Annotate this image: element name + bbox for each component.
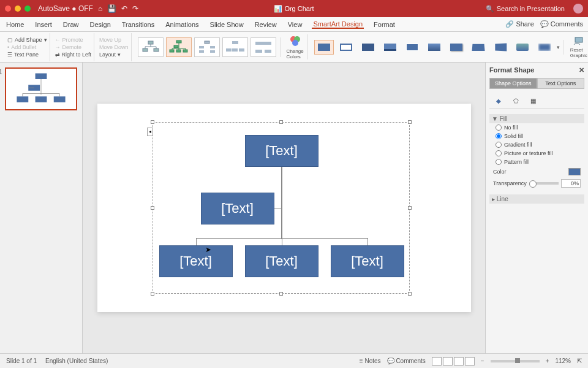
layout-option-1[interactable] <box>138 37 164 57</box>
text-pane-toggle[interactable]: ◂ <box>147 128 153 136</box>
style-option-9[interactable] <box>491 40 510 55</box>
smartart-selection[interactable]: ◂ [Text] [Text] [Text] [Text] [Text] <box>153 122 410 294</box>
resize-handle[interactable] <box>408 292 412 296</box>
color-picker[interactable] <box>568 168 581 175</box>
org-node-assistant[interactable]: [Text] <box>201 193 274 224</box>
slide[interactable]: ◂ [Text] [Text] [Text] [Text] [Text] <box>97 104 471 312</box>
no-fill-radio[interactable]: No fill <box>489 123 584 132</box>
tab-home[interactable]: Home <box>5 21 25 28</box>
pattern-fill-radio[interactable]: Pattern fill <box>489 158 584 166</box>
tab-animations[interactable]: Animations <box>164 21 200 28</box>
reset-graphic-button[interactable]: Reset Graphic <box>570 36 587 58</box>
view-buttons <box>432 357 475 366</box>
picture-fill-radio[interactable]: Picture or texture fill <box>489 149 584 158</box>
effects-icon[interactable]: ⬠ <box>510 95 521 106</box>
tab-transitions[interactable]: Transitions <box>121 21 156 28</box>
zoom-out-button[interactable]: − <box>481 358 484 364</box>
zoom-level[interactable]: 112% <box>555 358 571 364</box>
tab-format[interactable]: Format <box>372 21 396 28</box>
tab-design[interactable]: Design <box>89 21 112 28</box>
resize-handle[interactable] <box>279 292 283 296</box>
close-pane-icon[interactable]: ✕ <box>579 66 584 74</box>
line-section-header[interactable]: ▸ Line <box>489 194 584 204</box>
solid-fill-radio[interactable]: Solid fill <box>489 132 584 140</box>
transparency-slider[interactable] <box>529 182 559 185</box>
canvas[interactable]: ◂ [Text] [Text] [Text] [Text] [Text] ➤ <box>83 63 485 353</box>
close-icon[interactable] <box>5 6 11 12</box>
text-pane-button[interactable]: ☰ Text Pane <box>7 52 47 58</box>
slide-indicator[interactable]: Slide 1 of 1 <box>6 358 37 364</box>
layout-button[interactable]: Layout ▾ <box>99 52 129 58</box>
add-shape-button[interactable]: ▢ Add Shape ▾ <box>7 37 47 43</box>
comments-button[interactable]: 💬 Comments <box>540 20 583 28</box>
layout-option-5[interactable] <box>251 37 276 57</box>
layout-option-2[interactable] <box>166 37 192 57</box>
style-option-7[interactable] <box>447 40 466 55</box>
right-to-left-button[interactable]: ⇄ Right to Left <box>55 52 92 58</box>
text-options-tab[interactable]: Text Options <box>537 78 585 89</box>
home-icon[interactable]: ⌂ <box>98 4 102 13</box>
style-option-2[interactable] <box>336 40 356 55</box>
resize-handle[interactable] <box>151 120 154 124</box>
org-node-child-2[interactable]: [Text] <box>245 245 318 277</box>
ribbon: ▢ Add Shape ▾ • Add Bullet ☰ Text Pane ←… <box>0 32 588 63</box>
slide-thumbnail-1[interactable]: 1 <box>5 67 77 110</box>
undo-icon[interactable]: ↶ <box>121 4 127 13</box>
fit-to-window-button[interactable]: ⇱ <box>577 358 582 364</box>
fill-section-header[interactable]: ▼ Fill <box>489 114 584 123</box>
resize-handle[interactable] <box>151 206 154 210</box>
style-option-6[interactable] <box>424 40 444 55</box>
style-gallery-more[interactable]: ▾ <box>557 44 560 50</box>
sorter-view-button[interactable] <box>443 357 453 366</box>
style-option-5[interactable] <box>402 40 422 55</box>
layout-option-3[interactable] <box>194 37 220 57</box>
slideshow-view-button[interactable] <box>465 357 475 366</box>
change-colors-button[interactable]: Change Colors <box>283 34 308 59</box>
search-box[interactable]: 🔍 Search in Presentation <box>482 4 568 14</box>
doc-title: Org Chart <box>284 5 314 12</box>
org-node-child-1[interactable]: [Text] <box>159 245 233 277</box>
tab-slideshow[interactable]: Slide Show <box>209 21 245 28</box>
layout-option-4[interactable] <box>222 37 248 57</box>
tab-smartart-design[interactable]: SmartArt Design <box>312 20 364 29</box>
redo-icon[interactable]: ↷ <box>132 4 138 13</box>
resize-handle[interactable] <box>408 206 412 210</box>
save-icon[interactable]: 💾 <box>107 4 116 13</box>
transparency-value[interactable]: 0% <box>561 179 581 188</box>
normal-view-button[interactable] <box>432 357 442 366</box>
svg-rect-15 <box>232 48 238 52</box>
move-down-button: Move Down <box>99 44 129 50</box>
tab-draw[interactable]: Draw <box>62 21 80 28</box>
window-controls[interactable] <box>5 6 31 12</box>
notes-button[interactable]: ≡ Notes <box>360 358 381 364</box>
tab-view[interactable]: View <box>287 21 304 28</box>
style-option-1[interactable] <box>314 40 334 55</box>
maximize-icon[interactable] <box>24 6 31 12</box>
comments-status-button[interactable]: 💬 Comments <box>387 358 426 364</box>
style-option-10[interactable] <box>513 40 532 55</box>
tab-insert[interactable]: Insert <box>34 21 53 28</box>
zoom-in-button[interactable]: + <box>546 358 549 364</box>
user-avatar[interactable] <box>573 4 583 13</box>
style-option-3[interactable] <box>358 40 378 55</box>
gradient-fill-radio[interactable]: Gradient fill <box>489 140 584 149</box>
zoom-slider[interactable] <box>491 360 540 362</box>
autosave-toggle[interactable]: AutoSave ● OFF <box>38 4 93 13</box>
org-node-root[interactable]: [Text] <box>245 135 318 167</box>
minimize-icon[interactable] <box>15 6 21 12</box>
share-button[interactable]: 🔗 Share <box>505 20 533 28</box>
style-option-4[interactable] <box>380 40 400 55</box>
size-properties-icon[interactable]: ▦ <box>527 95 538 106</box>
org-node-child-3[interactable]: [Text] <box>331 245 404 277</box>
resize-handle[interactable] <box>408 120 412 124</box>
resize-handle[interactable] <box>151 292 154 296</box>
style-option-8[interactable] <box>469 40 488 55</box>
tab-review[interactable]: Review <box>254 21 278 28</box>
workspace: 1 ◂ <box>0 63 588 353</box>
style-option-11[interactable] <box>535 40 554 55</box>
language-indicator[interactable]: English (United States) <box>45 358 108 364</box>
fill-line-icon[interactable]: ◆ <box>493 95 504 106</box>
reading-view-button[interactable] <box>454 357 464 366</box>
shape-options-tab[interactable]: Shape Options <box>489 78 537 89</box>
resize-handle[interactable] <box>279 120 283 124</box>
